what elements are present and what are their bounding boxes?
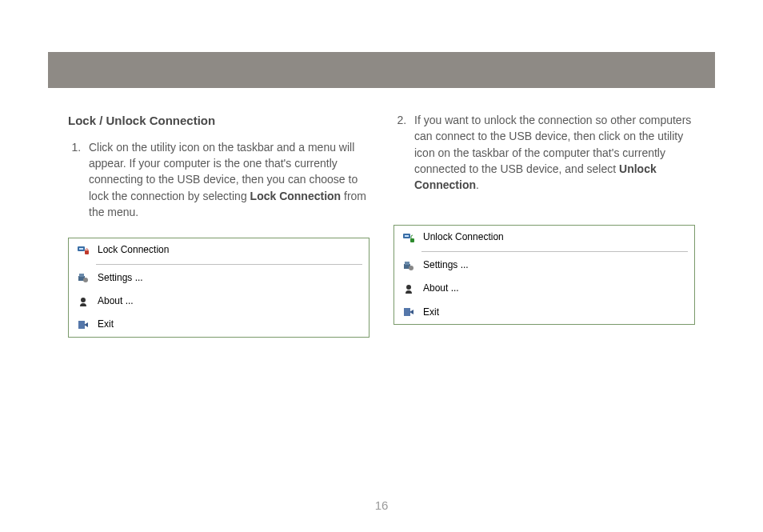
menu-item-label: About ... <box>423 282 459 295</box>
svg-point-6 <box>83 278 88 282</box>
menu-item-exit[interactable]: Exit <box>69 313 369 336</box>
settings-icon <box>402 259 415 272</box>
exit-icon <box>77 318 90 331</box>
menu-item-label: Exit <box>98 318 114 331</box>
menu-item-label: About ... <box>98 294 134 308</box>
menu-item-lock-connection[interactable]: Lock Connection <box>69 238 369 262</box>
svg-rect-11 <box>410 238 414 242</box>
svg-rect-13 <box>405 262 409 265</box>
exit-icon <box>402 306 415 318</box>
svg-point-7 <box>81 298 86 302</box>
menu-item-about[interactable]: About ... <box>69 290 369 313</box>
svg-rect-10 <box>405 235 409 237</box>
usb-lock-icon <box>77 244 90 257</box>
about-icon <box>77 295 90 308</box>
svg-rect-1 <box>79 248 83 250</box>
menu-item-label: Unlock Connection <box>423 230 504 244</box>
svg-rect-5 <box>79 274 84 277</box>
step-1-bold: Lock Connection <box>250 190 342 202</box>
svg-point-14 <box>409 266 413 270</box>
usb-unlock-icon <box>402 231 415 244</box>
menu-item-about[interactable]: About ... <box>394 277 694 300</box>
right-column: If you want to unlock the connection so … <box>393 112 695 338</box>
svg-rect-16 <box>404 308 410 316</box>
step-2-text-after: . <box>476 178 479 191</box>
menu-item-label: Settings ... <box>423 258 469 272</box>
svg-point-15 <box>406 285 411 290</box>
menu-separator <box>96 264 362 265</box>
menu-item-exit[interactable]: Exit <box>394 301 694 324</box>
menu-item-label: Exit <box>423 306 439 319</box>
about-icon <box>402 282 415 295</box>
page-number: 16 <box>0 498 763 512</box>
header-bar <box>48 52 715 88</box>
context-menu-unlock: Unlock Connection Settings ... <box>393 225 695 325</box>
menu-item-unlock-connection[interactable]: Unlock Connection <box>394 226 694 249</box>
menu-item-settings[interactable]: Settings ... <box>69 266 369 290</box>
left-column: Lock / Unlock Connection Click on the ut… <box>68 112 370 338</box>
step-2: If you want to unlock the connection so … <box>409 112 695 193</box>
context-menu-lock: Lock Connection Settings ... <box>68 238 370 338</box>
menu-item-settings[interactable]: Settings ... <box>394 254 694 277</box>
section-heading: Lock / Unlock Connection <box>68 112 370 130</box>
menu-separator <box>421 251 688 252</box>
svg-rect-8 <box>78 321 85 329</box>
settings-icon <box>77 271 90 284</box>
menu-item-label: Lock Connection <box>98 243 169 257</box>
menu-item-label: Settings ... <box>98 271 143 285</box>
svg-rect-3 <box>86 249 88 251</box>
step-1: Click on the utility icon on the taskbar… <box>84 139 370 220</box>
